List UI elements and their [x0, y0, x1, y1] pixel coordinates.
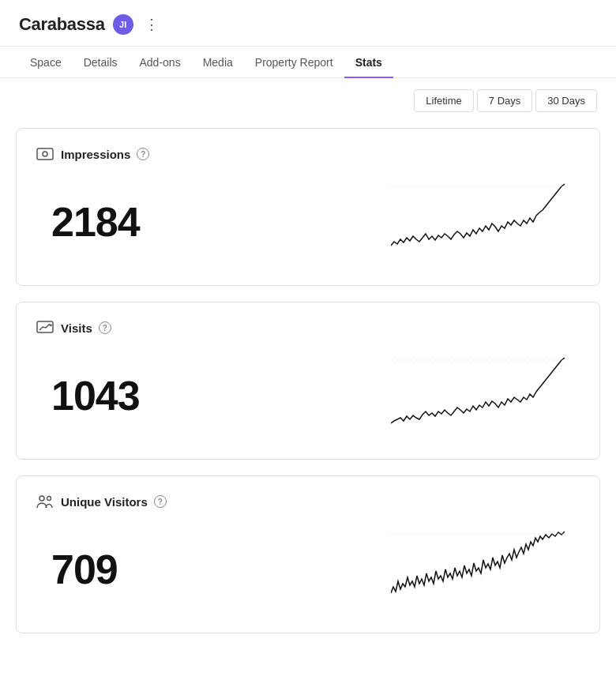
visits-title: Visits — [61, 321, 92, 335]
visits-chart-icon — [36, 318, 54, 337]
visits-value: 1043 — [51, 372, 140, 419]
more-options-button[interactable]: ⋮ — [141, 14, 163, 35]
visits-chart — [391, 356, 565, 435]
svg-point-1 — [43, 152, 47, 156]
tab-details[interactable]: Details — [73, 47, 129, 78]
visits-help-icon[interactable]: ? — [99, 321, 111, 334]
unique-visitors-title: Unique Visitors — [61, 495, 148, 509]
tab-space[interactable]: Space — [19, 47, 73, 78]
unique-visitors-section: Unique Visitors ? 709 — [16, 475, 600, 633]
time-filter-toolbar: Lifetime 7 Days 30 Days — [0, 78, 616, 120]
eye-icon — [36, 145, 54, 163]
impressions-content: 2184 — [36, 175, 580, 261]
page-title: Carabassa — [19, 14, 105, 35]
visits-section: Visits ? 1043 — [16, 302, 600, 460]
30days-button[interactable]: 30 Days — [535, 89, 597, 112]
7days-button[interactable]: 7 Days — [477, 89, 532, 112]
nav-tabs: Space Details Add-ons Media Property Rep… — [0, 47, 616, 78]
visits-content: 1043 — [36, 348, 580, 435]
unique-visitors-content: 709 — [36, 522, 580, 609]
impressions-section: Impressions ? 2184 — [16, 128, 600, 286]
svg-point-6 — [47, 497, 51, 501]
people-icon — [36, 492, 54, 511]
impressions-help-icon[interactable]: ? — [137, 148, 149, 160]
tab-stats[interactable]: Stats — [344, 47, 393, 78]
unique-visitors-value: 709 — [51, 546, 118, 593]
svg-rect-0 — [37, 148, 53, 160]
impressions-title: Impressions — [61, 148, 130, 161]
impressions-chart — [391, 182, 565, 261]
tab-property-report[interactable]: Property Report — [244, 47, 344, 78]
avatar: JI — [113, 14, 133, 35]
page-header: Carabassa JI ⋮ — [0, 0, 616, 47]
svg-point-5 — [39, 496, 44, 501]
impressions-header: Impressions ? — [36, 145, 580, 163]
tab-media[interactable]: Media — [192, 47, 244, 78]
unique-visitors-chart — [391, 530, 565, 609]
unique-visitors-header: Unique Visitors ? — [36, 492, 580, 511]
unique-visitors-help-icon[interactable]: ? — [154, 495, 167, 508]
impressions-value: 2184 — [51, 198, 140, 246]
tab-addons[interactable]: Add-ons — [129, 47, 192, 78]
lifetime-button[interactable]: Lifetime — [414, 89, 474, 112]
visits-header: Visits ? — [36, 318, 580, 337]
